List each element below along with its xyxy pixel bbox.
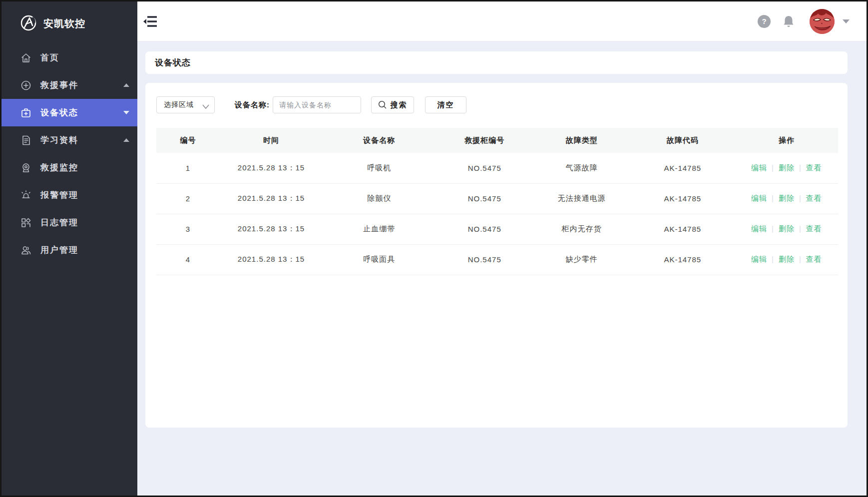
sidebar-item-5[interactable]: 救援监控: [1, 154, 137, 181]
sidebar-item-label: 首页: [40, 52, 59, 63]
view-link[interactable]: 查看: [806, 224, 822, 233]
caret-down-icon: [123, 111, 129, 114]
caret-up-icon: [123, 83, 129, 87]
cell-time: 2021.5.28 13：15: [220, 183, 323, 214]
view-link[interactable]: 查看: [806, 255, 822, 263]
region-select-value: 选择区域: [164, 100, 194, 109]
view-link[interactable]: 查看: [806, 163, 822, 172]
page-title: 设备状态: [155, 57, 191, 68]
cell-code: AK-14785: [630, 153, 735, 183]
page-title-card: 设备状态: [145, 51, 848, 74]
edit-link[interactable]: 编辑: [751, 194, 767, 202]
action-separator: |: [799, 224, 802, 233]
cell-device: 呼吸面具: [323, 244, 436, 275]
delete-link[interactable]: 删除: [779, 255, 795, 263]
topbar: ?: [137, 1, 867, 41]
sidebar-item-8[interactable]: 用户管理: [1, 236, 137, 264]
table-row: 32021.5.28 13：15止血绷带NO.5475柜内无存货AK-14785…: [156, 214, 838, 244]
cell-fault: 气源故障: [533, 153, 630, 183]
filter-row: 选择区域 设备名称: 搜索 清空: [156, 96, 838, 113]
column-header: 设备名称: [323, 128, 436, 153]
delete-link[interactable]: 删除: [779, 194, 795, 202]
cell-no: 3: [156, 214, 220, 244]
cell-cabinet: NO.5475: [436, 214, 533, 244]
edit-link[interactable]: 编辑: [751, 255, 767, 263]
cell-actions: 编辑|删除|查看: [735, 183, 838, 214]
delete-link[interactable]: 删除: [779, 163, 795, 172]
caret-up-icon: [123, 138, 129, 142]
cell-time: 2021.5.28 13：15: [220, 244, 323, 275]
webcam-icon: [20, 162, 31, 173]
device-name-label: 设备名称:: [235, 100, 270, 110]
delete-link[interactable]: 删除: [779, 224, 795, 233]
bell-icon[interactable]: [783, 15, 795, 28]
sidebar-item-label: 日志管理: [40, 217, 78, 228]
device-table: 编号时间设备名称救援柜编号故障类型故障代码操作 12021.5.28 13：15…: [156, 128, 838, 275]
sidebar-item-1[interactable]: 首页: [1, 44, 137, 71]
clear-button-label: 清空: [437, 100, 454, 110]
view-link[interactable]: 查看: [806, 194, 822, 202]
cell-time: 2021.5.28 13：15: [220, 153, 323, 183]
app-window: 安凯软控 首页救援事件设备状态学习资料救援监控报警管理日志管理用户管理 ?: [0, 0, 868, 497]
cell-actions: 编辑|删除|查看: [735, 244, 838, 275]
cell-no: 1: [156, 153, 220, 183]
topbar-right: ?: [758, 9, 867, 34]
caret-down-icon[interactable]: [843, 19, 850, 23]
device-status-card: 选择区域 设备名称: 搜索 清空: [145, 83, 848, 428]
cell-time: 2021.5.28 13：15: [220, 214, 323, 244]
search-button-label: 搜索: [391, 100, 408, 110]
edit-link[interactable]: 编辑: [751, 224, 767, 233]
sidebar-item-label: 设备状态: [40, 107, 78, 118]
sidebar-item-label: 用户管理: [40, 244, 78, 256]
users-icon: [20, 245, 31, 256]
cell-actions: 编辑|删除|查看: [735, 214, 838, 244]
brand-logo-icon: [19, 14, 37, 34]
first-aid-icon: [20, 107, 31, 118]
sidebar-item-4[interactable]: 学习资料: [1, 126, 137, 154]
sidebar-item-6[interactable]: 报警管理: [1, 181, 137, 209]
content-area: 设备状态 选择区域 设备名称: 搜索: [137, 41, 867, 496]
avatar[interactable]: [810, 9, 835, 34]
home-icon: [20, 52, 31, 63]
column-header: 救援柜编号: [436, 128, 533, 153]
cell-fault: 柜内无存货: [533, 214, 630, 244]
cell-code: AK-14785: [630, 244, 735, 275]
search-button[interactable]: 搜索: [371, 96, 414, 113]
clear-button[interactable]: 清空: [425, 96, 466, 113]
region-select[interactable]: 选择区域: [156, 96, 215, 113]
cell-no: 2: [156, 183, 220, 214]
help-icon[interactable]: ?: [758, 15, 771, 28]
column-header: 时间: [220, 128, 323, 153]
edit-link[interactable]: 编辑: [751, 163, 767, 172]
cell-device: 呼吸机: [323, 153, 436, 183]
blocks-icon: [20, 217, 31, 228]
cell-actions: 编辑|删除|查看: [735, 153, 838, 183]
search-icon: [378, 100, 387, 109]
column-header: 故障代码: [630, 128, 735, 153]
cell-cabinet: NO.5475: [436, 153, 533, 183]
sidebar-item-2[interactable]: 救援事件: [1, 71, 137, 99]
collapse-menu-icon[interactable]: [143, 15, 158, 28]
device-name-input[interactable]: [273, 96, 361, 113]
sidebar-item-label: 救援监控: [40, 162, 78, 173]
document-icon: [20, 135, 31, 146]
action-separator: |: [799, 163, 802, 172]
cell-cabinet: NO.5475: [436, 183, 533, 214]
sidebar-item-label: 学习资料: [40, 134, 78, 146]
sidebar-item-7[interactable]: 日志管理: [1, 209, 137, 236]
sidebar-item-label: 救援事件: [40, 79, 78, 91]
cell-no: 4: [156, 244, 220, 275]
action-separator: |: [772, 255, 774, 263]
plus-circle-icon: [20, 80, 31, 91]
column-header: 编号: [156, 128, 220, 153]
cell-device: 止血绷带: [323, 214, 436, 244]
sidebar: 安凯软控 首页救援事件设备状态学习资料救援监控报警管理日志管理用户管理: [1, 1, 137, 496]
cell-fault: 缺少零件: [533, 244, 630, 275]
column-header: 操作: [735, 128, 838, 153]
sidebar-item-3[interactable]: 设备状态: [1, 99, 137, 126]
alarm-icon: [20, 190, 31, 201]
action-separator: |: [799, 194, 802, 202]
sidebar-menu: 首页救援事件设备状态学习资料救援监控报警管理日志管理用户管理: [1, 44, 137, 264]
action-separator: |: [799, 255, 802, 263]
cell-code: AK-14785: [630, 214, 735, 244]
